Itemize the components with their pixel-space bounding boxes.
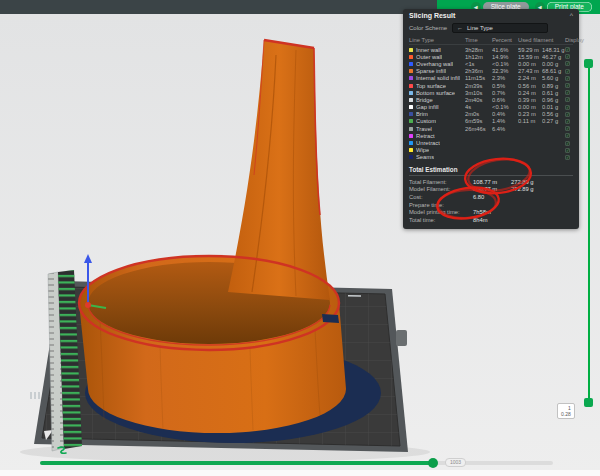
total-row-label: Total time: (409, 217, 473, 223)
display-checkbox[interactable]: ✓ (565, 119, 570, 124)
time-cell: 26m46s (465, 126, 492, 132)
line-type-label: Top surface (416, 83, 446, 89)
total-row-label: Prepare time: (409, 202, 473, 208)
display-checkbox[interactable]: ✓ (565, 54, 570, 59)
total-row-value1: 108.77 m (473, 179, 511, 185)
color-scheme-value: Line Type (467, 25, 493, 31)
move-slider-icon (56, 446, 68, 456)
filament-weight-cell: 46.27 g (542, 54, 565, 60)
total-row: Total Filament: 108.77 m 272.89 g (409, 178, 573, 186)
filament-weight-cell: 0.61 g (542, 90, 565, 96)
total-estimation-title: Total Estimation (409, 164, 573, 176)
display-checkbox[interactable]: ✓ (565, 155, 570, 160)
line-type-label: Overhang wall (416, 61, 453, 67)
percent-cell: 0.6% (492, 97, 518, 103)
filament-length-cell: 59.29 m (518, 47, 542, 53)
display-checkbox[interactable]: ✓ (565, 126, 570, 131)
color-scheme-row: Color Scheme ← Line Type (403, 21, 579, 36)
time-cell: 11m15s (465, 75, 492, 81)
filament-length-cell: 0.23 m (518, 111, 542, 117)
line-type-color-swatch (409, 62, 413, 66)
line-type-color-swatch (409, 55, 413, 59)
display-checkbox[interactable]: ✓ (565, 61, 570, 66)
line-type-rows: Inner wall 3h28m 41.6% 59.29 m 148.31 g … (409, 46, 573, 161)
filament-weight-cell: 68.61 g (542, 68, 565, 74)
total-row: Model printing time: 7h58m (409, 208, 573, 216)
time-cell: 2m39s (465, 83, 492, 89)
table-row: Unretract ✓ (409, 139, 573, 146)
display-checkbox[interactable]: ✓ (565, 97, 570, 102)
display-checkbox[interactable]: ✓ (565, 47, 570, 52)
total-row-label: Cost: (409, 194, 473, 200)
line-type-color-swatch (409, 98, 413, 102)
total-row-value1: 8h4m (473, 217, 511, 223)
line-type-color-swatch (409, 76, 413, 80)
total-row-value1: 7h58m (473, 209, 511, 215)
filament-length-cell: 0.00 m (518, 61, 542, 67)
display-checkbox[interactable]: ✓ (565, 83, 570, 88)
small-navy-object (322, 314, 339, 323)
total-row-value1: 6.80 (473, 194, 511, 200)
line-type-label: Gap infill (416, 104, 439, 110)
layer-slider-bottom-tooltip: 1 0.28 (557, 403, 575, 419)
total-row: Total time: 8h4m (409, 216, 573, 224)
line-type-label: Outer wall (416, 54, 442, 60)
collapse-icon[interactable]: ^ (570, 12, 573, 19)
line-type-label: Unretract (416, 140, 440, 146)
line-type-label: Sparse infill (416, 68, 446, 74)
layer-slider-bottom-handle[interactable] (584, 398, 593, 407)
display-checkbox[interactable]: ✓ (565, 133, 570, 138)
line-type-label: Retract (416, 133, 435, 139)
axis-origin (85, 302, 91, 308)
time-cell: 4s (465, 104, 492, 110)
table-row: Top surface 2m39s 0.5% 0.56 m 0.89 g ✓ (409, 82, 573, 89)
plate-handle-tab (396, 330, 407, 346)
display-checkbox[interactable]: ✓ (565, 112, 570, 117)
line-type-color-swatch (409, 48, 413, 52)
layer-slider-track[interactable] (588, 64, 590, 402)
table-row: Brim 2m0s 0.4% 0.23 m 0.56 g ✓ (409, 111, 573, 118)
display-checkbox[interactable]: ✓ (565, 105, 570, 110)
total-estimation-section: Total Estimation Total Filament: 108.77 … (403, 164, 579, 224)
display-checkbox[interactable]: ✓ (565, 141, 570, 146)
table-row: Custom 6m59s 1.4% 0.11 m 0.27 g ✓ (409, 118, 573, 125)
move-slider-handle[interactable] (428, 458, 438, 468)
filament-weight-cell: 0.96 g (542, 97, 565, 103)
move-slider-track[interactable]: 1003 (40, 461, 553, 465)
col-line-type: Line Type (409, 37, 465, 43)
display-checkbox[interactable]: ✓ (565, 76, 570, 81)
display-checkbox[interactable]: ✓ (565, 148, 570, 153)
color-scheme-select[interactable]: ← Line Type (452, 23, 548, 33)
line-type-label: Bottom surface (416, 90, 455, 96)
line-type-color-swatch (409, 119, 413, 123)
line-type-color-swatch (409, 148, 413, 152)
slicing-result-panel: Slicing Result ^ Color Scheme ← Line Typ… (403, 9, 579, 229)
line-type-color-swatch (409, 84, 413, 88)
filament-length-cell: 2.24 m (518, 75, 542, 81)
total-rows: Total Filament: 108.77 m 272.89 g Model … (409, 178, 573, 224)
percent-cell: <0.1% (492, 61, 518, 67)
table-row: Bottom surface 3m10s 0.7% 0.24 m 0.61 g … (409, 89, 573, 96)
line-type-label: Brim (416, 111, 428, 117)
percent-cell: 0.7% (492, 90, 518, 96)
percent-cell: <0.1% (492, 104, 518, 110)
display-checkbox[interactable]: ✓ (565, 90, 570, 95)
line-type-color-swatch (409, 112, 413, 116)
filament-weight-cell: 0.27 g (542, 118, 565, 124)
time-cell: <1s (465, 61, 492, 67)
percent-cell: 6.4% (492, 126, 518, 132)
filament-length-cell: 0.11 m (518, 118, 542, 124)
filament-weight-cell: 148.31 g (542, 47, 565, 53)
line-type-label: Custom (416, 118, 436, 124)
total-row-label: Total Filament: (409, 179, 473, 185)
filament-length-cell: 15.59 m (518, 54, 542, 60)
display-checkbox[interactable]: ✓ (565, 69, 570, 74)
total-row-value1: 108.77 m (473, 186, 511, 192)
layer-slider-top-handle[interactable] (584, 59, 593, 68)
line-type-label: Travel (416, 126, 432, 132)
total-row: Model Filament: 108.77 m 272.89 g (409, 186, 573, 194)
move-slider-fill (40, 461, 433, 465)
slicer-app: ◀ Slice plate ◀ Print plate Slicing Resu… (0, 0, 600, 476)
filament-length-cell: 27.43 m (518, 68, 542, 74)
line-type-color-swatch (409, 155, 413, 159)
